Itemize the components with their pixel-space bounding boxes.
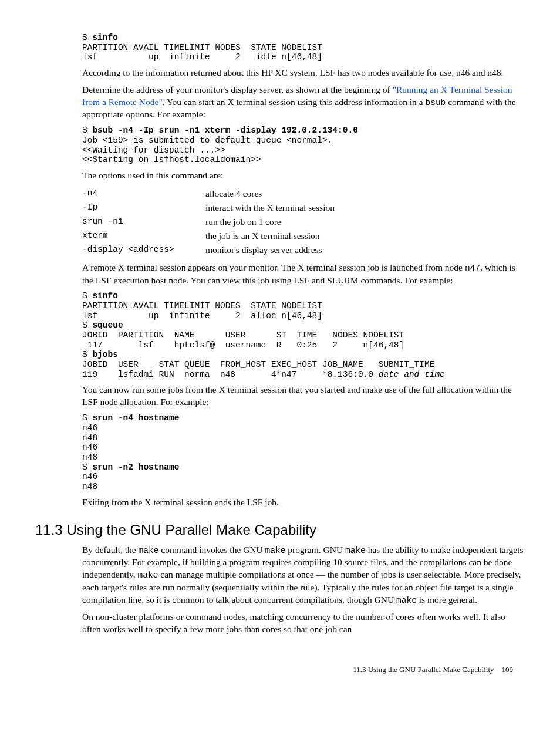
output-line: n46 (82, 423, 97, 433)
output-line: <<Starting on lsfhost.localdomain>> (82, 155, 261, 164)
cmd: srun -n4 hostname (92, 413, 179, 423)
paragraph: Determine the address of your monitor's … (82, 84, 525, 121)
cmd: sinfo (92, 33, 118, 42)
table-row: xterm the job is an X terminal session (82, 229, 335, 243)
prompt: $ (82, 413, 92, 423)
output-line: n48 (82, 433, 97, 443)
table-row: -display <address> monitor's display ser… (82, 243, 335, 257)
paragraph: By default, the make command invokes the… (82, 544, 525, 607)
output-line: n48 (82, 453, 97, 462)
option-desc: monitor's display server address (205, 243, 335, 257)
output-line-italic: date and time (379, 370, 445, 379)
text: Determine the address of your monitor's … (82, 85, 393, 94)
output-line: PARTITION AVAIL TIMELIMIT NODES STATE NO… (82, 301, 322, 310)
code-block-status: $ sinfo PARTITION AVAIL TIMELIMIT NODES … (82, 291, 525, 379)
cmd: srun -n2 hostname (92, 463, 179, 472)
paragraph: Exiting from the X terminal session ends… (82, 497, 525, 509)
paragraph: According to the information returned ab… (82, 67, 525, 79)
option-name: -Ip (82, 201, 205, 215)
inline-code: make (139, 546, 159, 555)
paragraph: You can now run some jobs from the X ter… (82, 384, 525, 409)
option-desc: the job is an X terminal session (205, 229, 335, 243)
option-name: -display <address> (82, 243, 205, 257)
prompt: $ (82, 320, 92, 330)
paragraph: On non-cluster platforms or command node… (82, 611, 525, 636)
prompt: $ (82, 126, 92, 135)
output-line: PARTITION AVAIL TIMELIMIT NODES STATE NO… (82, 43, 322, 52)
cmd: bsub -n4 -Ip srun -n1 xterm -display 192… (92, 126, 357, 135)
output-line: <<Waiting for dispatch ...>> (82, 146, 225, 155)
output-line: n46 (82, 472, 97, 481)
option-name: xterm (82, 229, 205, 243)
option-desc: interact with the X terminal session (205, 201, 335, 215)
inline-code: bsub (425, 98, 446, 107)
output-line: n48 (82, 482, 97, 491)
paragraph: A remote X terminal session appears on y… (82, 262, 525, 286)
prompt: $ (82, 463, 92, 472)
inline-code: n47 (465, 264, 480, 273)
text: By default, the (82, 545, 139, 555)
cmd: sinfo (92, 291, 118, 301)
table-row: -Ip interact with the X terminal session (82, 201, 335, 215)
paragraph: The options used in this command are: (82, 170, 525, 182)
output-line: lsf up infinite 2 alloc n[46,48] (82, 311, 322, 320)
footer-page-number: 109 (502, 665, 514, 674)
prompt: $ (82, 291, 92, 301)
inline-code: make (138, 571, 158, 580)
text: . You can start an X terminal session us… (163, 97, 426, 107)
inline-code: make (265, 546, 286, 555)
output-line: JOBID PARTITION NAME USER ST TIME NODES … (82, 330, 404, 340)
code-block-srun: $ srun -n4 hostname n46 n48 n46 n48 $ sr… (82, 413, 525, 491)
table-row: srun -n1 run the job on 1 core (82, 215, 335, 229)
cmd: bjobs (92, 350, 118, 359)
section-heading: 11.3 Using the GNU Parallel Make Capabil… (35, 522, 525, 538)
options-table: -n4 allocate 4 cores -Ip interact with t… (82, 187, 335, 257)
cmd: squeue (92, 320, 123, 330)
footer-section: 11.3 Using the GNU Parallel Make Capabil… (353, 665, 494, 674)
output-line: 119 lsfadmi RUN norma n48 4*n47 *8.136:0… (82, 370, 379, 379)
table-row: -n4 allocate 4 cores (82, 187, 335, 201)
page-footer: 11.3 Using the GNU Parallel Make Capabil… (35, 665, 525, 674)
text: command invokes the GNU (158, 545, 265, 555)
output-line: JOBID USER STAT QUEUE FROM_HOST EXEC_HOS… (82, 360, 434, 369)
output-line: n46 (82, 443, 97, 452)
option-name: srun -n1 (82, 215, 205, 229)
output-line: 117 lsf hptclsf@ username R 0:25 2 n[46,… (82, 340, 404, 350)
text: is more general. (417, 595, 477, 605)
inline-code: make (345, 546, 366, 555)
option-name: -n4 (82, 187, 205, 201)
output-line: Job <159> is submitted to default queue … (82, 136, 332, 145)
output-line: lsf up infinite 2 idle n[46,48] (82, 52, 322, 62)
code-block-bsub: $ bsub -n4 -Ip srun -n1 xterm -display 1… (82, 126, 525, 165)
prompt: $ (82, 33, 92, 42)
text: program. GNU (285, 545, 345, 555)
prompt: $ (82, 350, 92, 359)
inline-code: make (396, 596, 417, 605)
option-desc: run the job on 1 core (205, 215, 335, 229)
text: A remote X terminal session appears on y… (82, 262, 465, 272)
option-desc: allocate 4 cores (205, 187, 335, 201)
code-block-sinfo-1: $ sinfo PARTITION AVAIL TIMELIMIT NODES … (82, 33, 525, 62)
